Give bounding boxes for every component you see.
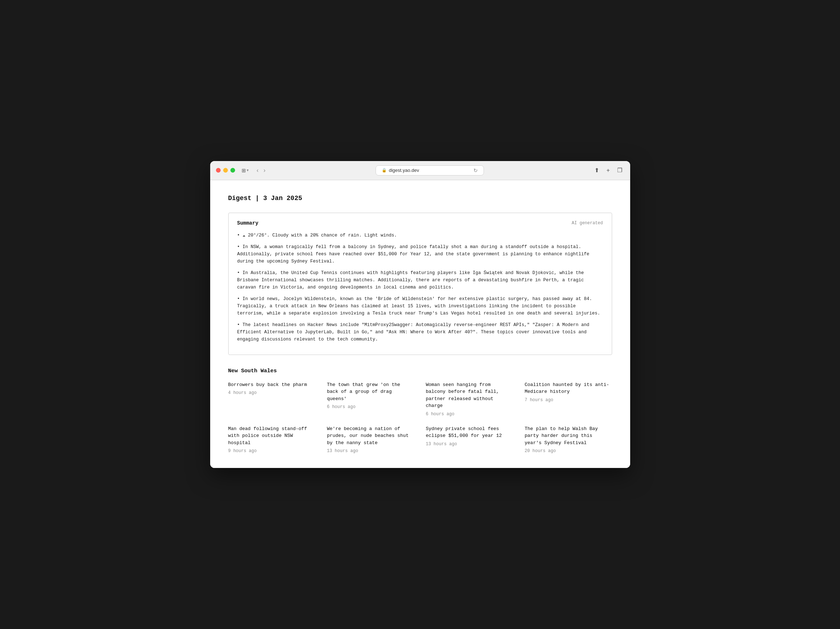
ai-generated-label: AI generated (572, 221, 603, 226)
news-item-6-time: 13 hours ago (327, 448, 414, 454)
news-item-4[interactable]: Coalition haunted by its anti-Medicare h… (525, 381, 612, 417)
news-item-8[interactable]: The plan to help Walsh Bay party harder … (525, 426, 612, 454)
copy-button[interactable]: ❐ (615, 166, 624, 175)
nsw-section: New South Wales Borrowers buy back the p… (228, 368, 612, 454)
summary-bullet-3: In Australia, the United Cup Tennis cont… (237, 270, 603, 291)
summary-bullets: ☁ 20°/26°. Cloudy with a 20% chance of r… (237, 232, 603, 343)
traffic-lights (216, 168, 235, 173)
news-item-1-time: 4 hours ago (228, 390, 316, 396)
summary-title: Summary (237, 220, 259, 226)
nsw-section-title: New South Wales (228, 368, 612, 374)
news-item-3-title: Woman seen hanging from balcony before f… (426, 381, 513, 410)
news-item-4-title: Coalition haunted by its anti-Medicare h… (525, 381, 612, 396)
news-item-2-title: The town that grew 'on the back of a gro… (327, 381, 414, 403)
url-bar[interactable]: 🔒 digest.yao.dev ↻ (376, 166, 484, 175)
lock-icon: 🔒 (382, 168, 387, 173)
news-item-5[interactable]: Man dead following stand-off with police… (228, 426, 316, 454)
browser-nav: ‹ › (255, 167, 267, 174)
news-item-1-title: Borrowers buy back the pharm (228, 381, 316, 388)
news-item-3-time: 6 hours ago (426, 411, 513, 417)
news-item-3[interactable]: Woman seen hanging from balcony before f… (426, 381, 513, 417)
address-bar: 🔒 digest.yao.dev ↻ (271, 166, 588, 175)
news-item-1[interactable]: Borrowers buy back the pharm 4 hours ago (228, 381, 316, 417)
news-item-7-time: 13 hours ago (426, 441, 513, 447)
sidebar-icon: ⊞ (242, 167, 246, 173)
summary-bullet-4: In world news, Jocelyn Wildenstein, know… (237, 295, 603, 317)
close-button[interactable] (216, 168, 221, 173)
news-item-7[interactable]: Sydney private school fees eclipse $51,0… (426, 426, 513, 454)
news-item-7-title: Sydney private school fees eclipse $51,0… (426, 426, 513, 440)
news-item-8-title: The plan to help Walsh Bay party harder … (525, 426, 612, 447)
news-item-2[interactable]: The town that grew 'on the back of a gro… (327, 381, 414, 417)
back-button[interactable]: ‹ (255, 167, 260, 174)
chevron-down-icon: ▾ (247, 168, 249, 173)
url-text: digest.yao.dev (389, 167, 419, 173)
share-button[interactable]: ⬆ (592, 166, 601, 175)
browser-actions: ⬆ + ❐ (592, 166, 624, 175)
news-item-6-title: We're becoming a nation of prudes, our n… (327, 426, 414, 447)
maximize-button[interactable] (231, 168, 235, 173)
summary-bullet-1: ☁ 20°/26°. Cloudy with a 20% chance of r… (237, 232, 603, 239)
forward-button[interactable]: › (262, 167, 267, 174)
news-item-2-time: 6 hours ago (327, 404, 414, 410)
summary-bullet-5: The latest headlines on Hacker News incl… (237, 322, 603, 343)
news-item-6[interactable]: We're becoming a nation of prudes, our n… (327, 426, 414, 454)
sidebar-toggle-button[interactable]: ⊞ ▾ (240, 166, 251, 175)
news-item-4-time: 7 hours ago (525, 397, 612, 403)
summary-box: Summary AI generated ☁ 20°/26°. Cloudy w… (228, 213, 612, 355)
new-tab-button[interactable]: + (604, 166, 612, 175)
browser-window: ⊞ ▾ ‹ › 🔒 digest.yao.dev ↻ ⬆ + ❐ Digest … (210, 161, 630, 468)
news-grid: Borrowers buy back the pharm 4 hours ago… (228, 381, 612, 454)
minimize-button[interactable] (223, 168, 228, 173)
page-title: Digest | 3 Jan 2025 (228, 195, 612, 202)
news-item-5-title: Man dead following stand-off with police… (228, 426, 316, 447)
browser-chrome: ⊞ ▾ ‹ › 🔒 digest.yao.dev ↻ ⬆ + ❐ (210, 161, 630, 180)
news-item-8-time: 20 hours ago (525, 448, 612, 454)
summary-bullet-2: In NSW, a woman tragically fell from a b… (237, 243, 603, 265)
summary-header: Summary AI generated (237, 220, 603, 226)
reload-icon[interactable]: ↻ (474, 167, 478, 173)
page-content: Digest | 3 Jan 2025 Summary AI generated… (210, 180, 630, 468)
news-item-5-time: 9 hours ago (228, 448, 316, 454)
